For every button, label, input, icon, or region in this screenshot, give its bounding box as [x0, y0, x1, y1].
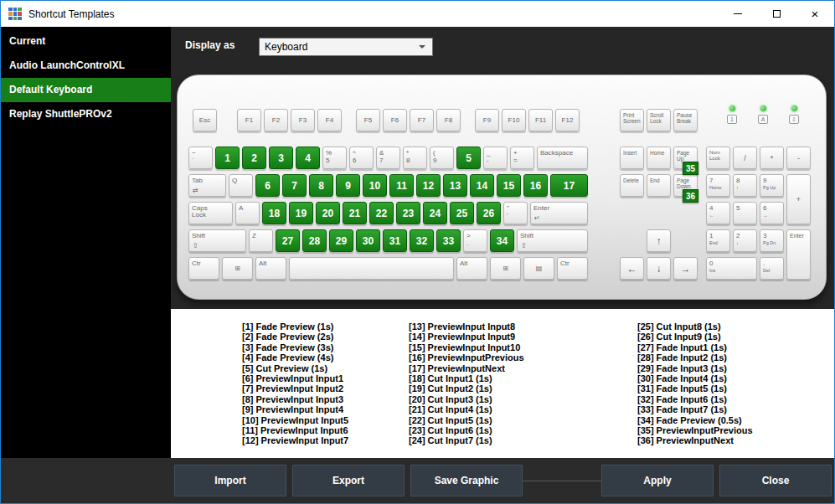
key-z[interactable]: Z	[249, 229, 273, 252]
key-assigned-32[interactable]: 32	[410, 229, 434, 252]
key-assigned-24[interactable]: 24	[423, 202, 447, 224]
key-num-lock[interactable]: Num Lock	[706, 147, 730, 169]
key-numpad-4[interactable]: 4←	[706, 202, 730, 224]
key-5[interactable]: %5	[322, 147, 347, 169]
save-graphic-button[interactable]: Save Graphic	[410, 465, 523, 496]
key-quote[interactable]: "'	[503, 202, 528, 224]
key-assigned-14[interactable]: 14	[470, 174, 494, 197]
key-8[interactable]: *8	[403, 147, 427, 169]
key-assigned-5[interactable]: 5	[456, 147, 481, 169]
key-ctrl-left[interactable]: Ctr	[188, 257, 219, 280]
key-arrow-up[interactable]: ↑	[647, 229, 671, 252]
key-page-up[interactable]: Page Up35	[673, 147, 698, 169]
key-ctrl-right[interactable]: Ctr	[557, 257, 588, 280]
key-numpad-9[interactable]: 9Pg Up	[760, 174, 784, 197]
key-pause-break[interactable]: Pause Break	[673, 109, 698, 131]
key-insert[interactable]: Insert	[620, 147, 644, 169]
key-f3[interactable]: F3	[291, 109, 315, 131]
key-numpad-1[interactable]: 1End	[706, 229, 730, 252]
key-alt-left[interactable]: Alt	[255, 257, 286, 280]
key-f6[interactable]: F6	[383, 109, 407, 131]
key-page-down[interactable]: Page Down36	[673, 174, 698, 197]
key-caps-lock[interactable]: Caps Lock	[188, 202, 233, 224]
key-assigned-34[interactable]: 34	[490, 229, 514, 252]
key-alt-right[interactable]: Alt	[456, 257, 487, 280]
key-assigned-20[interactable]: 20	[316, 202, 340, 224]
key-assigned-16[interactable]: 16	[523, 174, 548, 197]
apply-button[interactable]: Apply	[601, 465, 714, 496]
key-assigned-4[interactable]: 4	[296, 147, 320, 169]
key-assigned-2[interactable]: 2	[242, 147, 266, 169]
key-numpad-2[interactable]: 2↓	[733, 229, 757, 252]
close-button[interactable]: ×	[796, 1, 834, 27]
key-numpad-divide[interactable]: /	[733, 147, 757, 169]
key-f4[interactable]: F4	[317, 109, 342, 131]
key-esc[interactable]: Esc	[193, 109, 217, 131]
key-f2[interactable]: F2	[264, 109, 288, 131]
key-f8[interactable]: F8	[436, 109, 461, 131]
key-print-screen[interactable]: Print Screen	[620, 109, 644, 131]
key-backtick[interactable]: ~`	[188, 147, 213, 169]
key-q[interactable]: Q	[229, 174, 253, 197]
close-button[interactable]: Close	[719, 465, 832, 496]
export-button[interactable]: Export	[292, 465, 405, 496]
sidebar-item-default-keyboard[interactable]: Default Keyboard	[1, 78, 171, 102]
key-scroll-lock[interactable]: Scroll Lock	[647, 109, 671, 131]
key-assigned-18[interactable]: 18	[262, 202, 286, 224]
key-assigned-17[interactable]: 17	[550, 174, 588, 197]
key-assigned-25[interactable]: 25	[450, 202, 474, 224]
key-9[interactable]: (9	[430, 147, 454, 169]
key-assigned-3[interactable]: 3	[269, 147, 293, 169]
key-assigned-28[interactable]: 28	[302, 229, 327, 252]
key-assigned-29[interactable]: 29	[329, 229, 353, 252]
maximize-button[interactable]	[757, 1, 796, 27]
key-assigned-26[interactable]: 26	[477, 202, 501, 224]
key-assigned-9[interactable]: 9	[336, 174, 360, 197]
minimize-button[interactable]	[719, 1, 757, 27]
key-win-right[interactable]: ⊞	[490, 257, 521, 280]
key-f10[interactable]: F10	[502, 109, 526, 131]
key-assigned-27[interactable]: 27	[276, 229, 300, 252]
key-minus[interactable]: _-	[483, 147, 508, 169]
key-assigned-22[interactable]: 22	[369, 202, 394, 224]
key-f1[interactable]: F1	[237, 109, 261, 131]
key-win-left[interactable]: ⊞	[222, 257, 253, 280]
key-assigned-19[interactable]: 19	[289, 202, 313, 224]
key-end[interactable]: End	[647, 174, 671, 197]
key-space[interactable]	[289, 257, 454, 280]
key-arrow-left[interactable]: ←	[620, 257, 644, 280]
key-numpad-plus[interactable]: +	[786, 174, 811, 224]
sidebar-item-audio-launchcontrolxl[interactable]: Audio LaunchControlXL	[1, 54, 171, 78]
key-period[interactable]: >.	[463, 229, 487, 252]
key-backspace[interactable]: Backspace	[537, 147, 588, 169]
key-numpad-7[interactable]: 7Home	[706, 174, 730, 197]
key-assigned-30[interactable]: 30	[356, 229, 380, 252]
key-numpad-multiply[interactable]: *	[760, 147, 784, 169]
key-assigned-6[interactable]: 6	[255, 174, 280, 197]
key-numpad-enter[interactable]: Enter	[786, 229, 811, 280]
sidebar-item-replay-shuttleprov2[interactable]: Replay ShuttlePROv2	[1, 102, 171, 126]
key-numpad-8[interactable]: 8↑	[733, 174, 757, 197]
key-assigned-31[interactable]: 31	[383, 229, 407, 252]
key-numpad-minus[interactable]: -	[786, 147, 811, 169]
key-assigned-15[interactable]: 15	[497, 174, 521, 197]
key-f7[interactable]: F7	[410, 109, 434, 131]
key-6[interactable]: ^6	[349, 147, 374, 169]
key-equals[interactable]: +=	[510, 147, 534, 169]
import-button[interactable]: Import	[174, 465, 286, 496]
key-assigned-10[interactable]: 10	[363, 174, 387, 197]
key-arrow-right[interactable]: →	[673, 257, 698, 280]
key-f12[interactable]: F12	[555, 109, 580, 131]
key-delete[interactable]: Delete	[620, 174, 644, 197]
key-assigned-33[interactable]: 33	[436, 229, 461, 252]
sidebar-item-current[interactable]: Current	[1, 29, 171, 54]
key-assigned-21[interactable]: 21	[343, 202, 367, 224]
key-shift-right[interactable]: Shift⇧	[517, 229, 588, 252]
key-f9[interactable]: F9	[475, 109, 499, 131]
key-f5[interactable]: F5	[356, 109, 380, 131]
key-assigned-1[interactable]: 1	[215, 147, 240, 169]
key-assigned-8[interactable]: 8	[309, 174, 333, 197]
key-numpad-period[interactable]: .Del	[760, 257, 784, 280]
key-numpad-0[interactable]: 0Ins	[706, 257, 757, 280]
key-7[interactable]: &7	[376, 147, 400, 169]
